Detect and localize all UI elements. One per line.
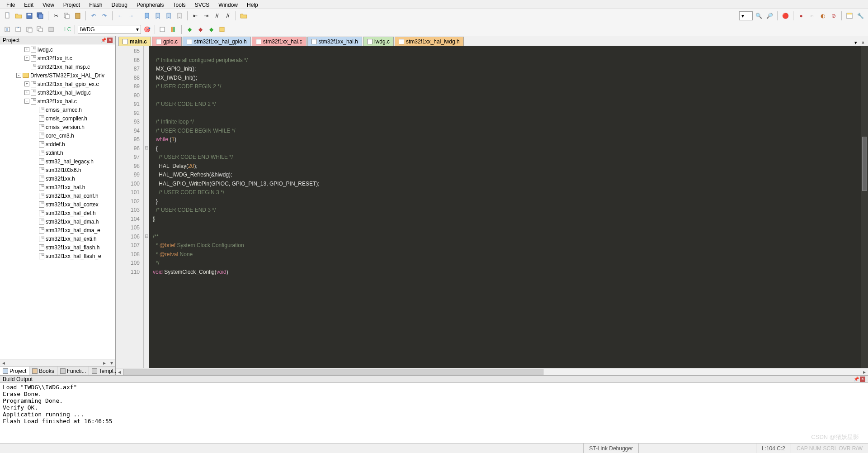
panel-tab-functi[interactable]: Functi...: [57, 367, 90, 375]
incremental-find-icon[interactable]: 🔎: [764, 11, 774, 21]
tree-item[interactable]: stm32f1xx_hal_flash.h: [0, 243, 115, 252]
tree-item[interactable]: stm32_hal_legacy.h: [0, 157, 115, 166]
breakpoint-insert-icon[interactable]: ●: [796, 11, 806, 21]
breakpoint-kill-icon[interactable]: ⊘: [829, 11, 839, 21]
breakpoint-enable-icon[interactable]: ○: [807, 11, 817, 21]
download-icon[interactable]: LOAD: [62, 24, 72, 34]
tree-item[interactable]: stm32f1xx_hal_def.h: [0, 209, 115, 217]
save-icon[interactable]: [24, 11, 34, 21]
tree-expand-icon[interactable]: +: [24, 56, 29, 61]
open-folder-icon[interactable]: [14, 11, 24, 21]
find-icon[interactable]: 🔍: [754, 11, 764, 21]
tree-item[interactable]: +stm32f1xx_hal_gpio_ex.c: [0, 80, 115, 88]
tree-item[interactable]: core_cm3.h: [0, 131, 115, 140]
tree-item[interactable]: -stm32f1xx_hal.c: [0, 97, 115, 105]
file-tab[interactable]: main.c: [118, 37, 151, 46]
undo-icon[interactable]: ↶: [89, 11, 99, 21]
menu-item-project[interactable]: Project: [59, 1, 85, 8]
target-combo[interactable]: IWDG▾: [78, 25, 141, 34]
batch-build-icon[interactable]: [35, 24, 45, 34]
tree-item[interactable]: +stm32f1xx_it.c: [0, 54, 115, 62]
file-tab[interactable]: iwdg.c: [363, 37, 394, 46]
tree-item[interactable]: cmsis_compiler.h: [0, 114, 115, 123]
tree-item[interactable]: stm32f1xx_hal_cortex: [0, 200, 115, 209]
translate-icon[interactable]: [3, 24, 13, 34]
menu-item-tools[interactable]: Tools: [169, 1, 190, 8]
tree-item[interactable]: stm32f1xx_hal_msp.c: [0, 62, 115, 71]
tree-expand-icon[interactable]: -: [16, 73, 21, 78]
project-tree[interactable]: +iwdg.c+stm32f1xx_it.cstm32f1xx_hal_msp.…: [0, 44, 115, 359]
menu-item-window[interactable]: Window: [214, 1, 242, 8]
nav-forward-icon[interactable]: →: [126, 11, 136, 21]
tree-expand-icon[interactable]: +: [24, 90, 29, 95]
manage-rtenv-icon[interactable]: ◆: [206, 24, 216, 34]
save-all-icon[interactable]: [35, 11, 45, 21]
close-panel-icon[interactable]: ×: [107, 38, 113, 43]
panel-tab-books[interactable]: Books: [29, 367, 57, 375]
menu-item-svcs[interactable]: SVCS: [190, 1, 214, 8]
tree-expand-icon[interactable]: -: [24, 99, 29, 104]
copy-icon[interactable]: [62, 11, 72, 21]
tree-expand-icon[interactable]: +: [24, 81, 29, 86]
tree-item[interactable]: stm32f1xx_hal.h: [0, 183, 115, 191]
insert-include-icon[interactable]: ◆: [184, 24, 194, 34]
file-tab[interactable]: stm32f1xx_hal.c: [252, 37, 307, 46]
find-in-files-icon[interactable]: [239, 11, 249, 21]
tree-hscroll[interactable]: ◂ ▸ ▾: [0, 359, 115, 366]
select-packs-icon[interactable]: [217, 24, 227, 34]
menu-item-debug[interactable]: Debug: [107, 1, 132, 8]
menu-item-help[interactable]: Help: [242, 1, 263, 8]
file-tab[interactable]: stm32f1xx_hal_gpio.h: [183, 37, 251, 46]
file-extensions-icon[interactable]: [158, 24, 168, 34]
code-content[interactable]: /* Initialize all configured peripherals…: [149, 46, 861, 368]
bookmark-prev-icon[interactable]: [153, 11, 163, 21]
menu-item-view[interactable]: View: [38, 1, 59, 8]
pin-icon[interactable]: 📌: [101, 38, 106, 43]
tab-dropdown-icon[interactable]: ▾: [853, 39, 859, 46]
file-tab[interactable]: gpio.c: [152, 37, 182, 46]
stop-build-icon[interactable]: [46, 24, 56, 34]
bookmark-toggle-icon[interactable]: [142, 11, 152, 21]
fold-marker[interactable]: ⊟: [144, 143, 149, 153]
manage-books-icon[interactable]: [169, 24, 179, 34]
tree-item[interactable]: stddef.h: [0, 140, 115, 148]
new-file-icon[interactable]: [3, 11, 13, 21]
menu-item-flash[interactable]: Flash: [85, 1, 107, 8]
tree-item[interactable]: stdint.h: [0, 148, 115, 157]
comment-block-icon[interactable]: //: [212, 11, 222, 21]
indent-right-icon[interactable]: ⇥: [201, 11, 211, 21]
window-layout-icon[interactable]: [844, 11, 854, 21]
editor-vscroll[interactable]: [861, 46, 868, 368]
pin-icon[interactable]: 📌: [854, 377, 859, 382]
fold-marker[interactable]: ⊟: [144, 232, 149, 241]
paste-icon[interactable]: [73, 11, 83, 21]
tree-item[interactable]: stm32f1xx.h: [0, 174, 115, 183]
tree-item[interactable]: stm32f1xx_hal_dma_e: [0, 226, 115, 234]
bookmark-clear-icon[interactable]: [175, 11, 184, 21]
tree-item[interactable]: stm32f1xx_hal_dma.h: [0, 217, 115, 226]
tree-item[interactable]: stm32f1xx_hal_exti.h: [0, 234, 115, 243]
configure-icon[interactable]: ◆: [195, 24, 205, 34]
nav-back-icon[interactable]: ←: [115, 11, 125, 21]
redo-icon[interactable]: ↷: [99, 11, 109, 21]
tree-item[interactable]: +iwdg.c: [0, 45, 115, 54]
build-icon[interactable]: [14, 24, 24, 34]
tree-expand-icon[interactable]: +: [24, 47, 29, 52]
wrench-config-icon[interactable]: 🔧: [855, 11, 865, 21]
rebuild-icon[interactable]: [24, 24, 34, 34]
file-tab[interactable]: stm32f1xx_hal_iwdg.h: [395, 37, 464, 46]
tree-item[interactable]: stm32f103x6.h: [0, 166, 115, 174]
search-combo[interactable]: ▾: [739, 11, 753, 20]
cut-icon[interactable]: ✂: [51, 11, 61, 21]
close-panel-icon[interactable]: ×: [860, 377, 865, 382]
panel-tab-project[interactable]: Project: [0, 367, 29, 375]
tab-close-icon[interactable]: ×: [860, 39, 866, 46]
tree-item[interactable]: cmsis_version.h: [0, 123, 115, 131]
tree-item[interactable]: +stm32f1xx_hal_iwdg.c: [0, 88, 115, 97]
breakpoint-disable-icon[interactable]: ◐: [818, 11, 828, 21]
file-tab[interactable]: stm32f1xx_hal.h: [307, 37, 362, 46]
uncomment-block-icon[interactable]: //: [223, 11, 233, 21]
tree-item[interactable]: stm32f1xx_hal_flash_e: [0, 252, 115, 260]
build-output-text[interactable]: Load "IWDG\\IWDG.axf" Erase Done. Progra…: [0, 383, 868, 443]
indent-left-icon[interactable]: ⇤: [190, 11, 200, 21]
